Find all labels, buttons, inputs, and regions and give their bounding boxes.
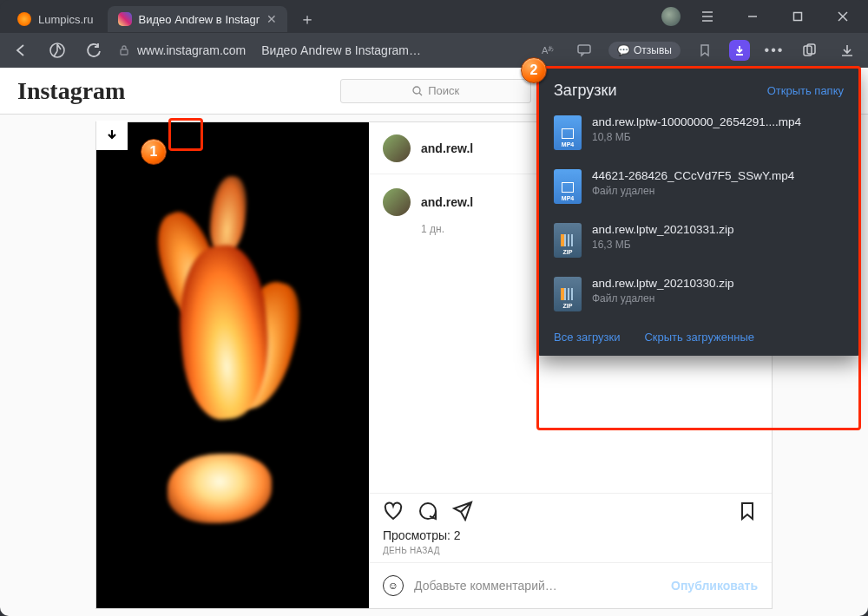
bookmark-icon[interactable] bbox=[693, 38, 717, 62]
reload-button[interactable] bbox=[82, 38, 106, 62]
tab-label: Видео Andrew в Instagr bbox=[139, 13, 260, 26]
download-extension-icon[interactable] bbox=[729, 40, 750, 61]
svg-rect-8 bbox=[121, 49, 128, 55]
add-comment-row: ☺ Добавьте комментарий… Опубликовать bbox=[369, 562, 772, 608]
download-filename: and.rew.lptw_20210330.zip bbox=[592, 277, 844, 290]
close-icon[interactable]: ✕ bbox=[266, 12, 277, 26]
instagram-logo[interactable]: Instagram bbox=[17, 77, 125, 105]
all-downloads-link[interactable]: Все загрузки bbox=[554, 331, 620, 344]
downloads-title: Загрузки bbox=[554, 82, 616, 100]
svg-text:あ: あ bbox=[548, 45, 554, 52]
comment-input[interactable]: Добавьте комментарий… bbox=[414, 579, 661, 593]
emoji-icon[interactable]: ☺ bbox=[383, 575, 404, 596]
avatar[interactable] bbox=[383, 188, 411, 216]
profile-avatar[interactable] bbox=[661, 7, 681, 26]
close-button[interactable] bbox=[825, 3, 861, 29]
file-zip-icon: ZIP bbox=[554, 223, 582, 258]
address-bar: www.instagram.com Видео Andrew в Instagr… bbox=[0, 33, 868, 68]
download-filename: and.rew.lptw-10000000_2654291....mp4 bbox=[592, 115, 844, 128]
flame-image bbox=[137, 159, 328, 572]
avatar[interactable] bbox=[383, 134, 411, 162]
titlebar: Lumpics.ru Видео Andrew в Instagr ✕ ＋ bbox=[0, 0, 868, 33]
reviews-pill[interactable]: 💬Отзывы bbox=[608, 42, 681, 59]
file-mp4-icon: MP4 bbox=[554, 169, 582, 204]
tab-lumpics[interactable]: Lumpics.ru bbox=[7, 6, 104, 32]
back-button[interactable] bbox=[9, 38, 33, 62]
file-zip-icon: ZIP bbox=[554, 277, 582, 311]
share-icon[interactable] bbox=[452, 501, 473, 521]
download-item[interactable]: MP4 and.rew.lptw-10000000_2654291....mp4… bbox=[554, 115, 844, 150]
address-right: Аあ 💬Отзывы ••• bbox=[536, 38, 859, 62]
views-label: Просмотры: 2 bbox=[383, 528, 758, 542]
download-filename: 44621-268426_CCcVd7F5_SSwY.mp4 bbox=[592, 169, 844, 182]
lock-icon bbox=[118, 44, 130, 56]
svg-point-14 bbox=[413, 87, 420, 94]
search-placeholder: Поиск bbox=[428, 84, 459, 97]
comment-icon[interactable] bbox=[418, 501, 438, 521]
download-filename: and.rew.lptw_20210331.zip bbox=[592, 223, 844, 236]
downloads-panel: Загрузки Открыть папку MP4 and.rew.lptw-… bbox=[538, 68, 859, 356]
save-icon[interactable] bbox=[737, 501, 758, 521]
chat-icon: 💬 bbox=[617, 44, 630, 56]
download-sub: 16,3 МБ bbox=[592, 239, 844, 251]
minimize-button[interactable] bbox=[734, 3, 771, 29]
file-mp4-icon: MP4 bbox=[554, 115, 582, 150]
svg-rect-11 bbox=[578, 45, 590, 53]
window-controls bbox=[661, 3, 861, 29]
post-actions: Просмотры: 2 ДЕНЬ НАЗАД bbox=[369, 493, 772, 562]
page-title: Видео Andrew в Instagram… bbox=[261, 43, 523, 57]
more-icon[interactable]: ••• bbox=[762, 38, 786, 62]
post-video[interactable] bbox=[96, 122, 369, 608]
download-item[interactable]: ZIP and.rew.lptw_20210331.zip16,3 МБ bbox=[554, 223, 844, 258]
download-item[interactable]: ZIP and.rew.lptw_20210330.zipФайл удален bbox=[554, 277, 844, 311]
search-input[interactable]: Поиск bbox=[340, 79, 531, 103]
url-host: www.instagram.com bbox=[137, 43, 246, 57]
callout-marker-1: 1 bbox=[141, 139, 167, 165]
tab-instagram[interactable]: Видео Andrew в Instagr ✕ bbox=[108, 6, 288, 32]
search-icon bbox=[412, 86, 423, 96]
url-box[interactable]: www.instagram.com bbox=[118, 43, 246, 57]
comments-icon[interactable] bbox=[572, 38, 596, 62]
new-tab-button[interactable]: ＋ bbox=[296, 8, 319, 30]
open-folder-link[interactable]: Открыть папку bbox=[767, 84, 844, 97]
favicon-instagram bbox=[118, 12, 132, 26]
timestamp: ДЕНЬ НАЗАД bbox=[383, 546, 758, 555]
comment-username[interactable]: and.rew.l bbox=[421, 195, 473, 209]
svg-line-15 bbox=[419, 93, 422, 95]
hide-downloaded-link[interactable]: Скрыть загруженные bbox=[644, 331, 754, 344]
svg-rect-4 bbox=[794, 13, 802, 21]
yandex-home-icon[interactable] bbox=[45, 38, 69, 62]
menu-icon[interactable] bbox=[689, 3, 726, 29]
publish-button[interactable]: Опубликовать bbox=[671, 579, 758, 593]
tab-label: Lumpics.ru bbox=[38, 13, 94, 26]
download-overlay-button[interactable] bbox=[96, 121, 128, 150]
downloads-icon[interactable] bbox=[835, 38, 859, 62]
callout-marker-2: 2 bbox=[521, 57, 547, 83]
maximize-button[interactable] bbox=[779, 3, 816, 29]
download-sub: Файл удален bbox=[592, 185, 844, 197]
favicon-lumpics bbox=[17, 12, 31, 26]
download-sub: 10,8 МБ bbox=[592, 131, 844, 143]
like-icon[interactable] bbox=[383, 501, 404, 521]
download-item[interactable]: MP4 44621-268426_CCcVd7F5_SSwY.mp4Файл у… bbox=[554, 169, 844, 204]
download-sub: Файл удален bbox=[592, 292, 844, 305]
post-username[interactable]: and.rew.l bbox=[421, 141, 473, 155]
collections-icon[interactable] bbox=[799, 38, 823, 62]
